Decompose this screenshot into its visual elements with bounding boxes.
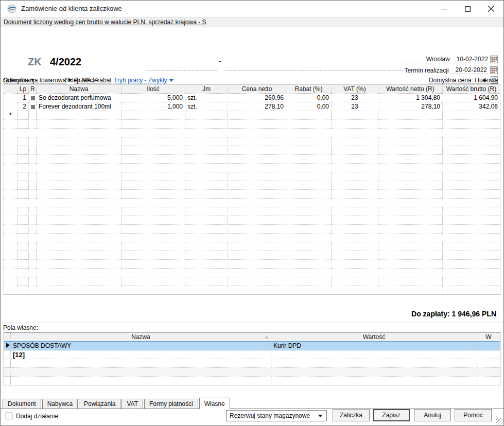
empty-row [4, 359, 500, 368]
add-action-checkbox[interactable] [6, 413, 12, 419]
document-header: ZK 4/2022 - Wrocław 10-02-2022 Termin re… [1, 27, 503, 77]
tab-powiazania[interactable]: Powiązania [79, 399, 120, 409]
empty-row [4, 368, 500, 377]
chevron-down-icon [318, 415, 322, 417]
item-value-net: 278,10 [378, 102, 443, 111]
document-mode-bar[interactable]: Dokument liczony według cen brutto w wal… [1, 17, 503, 27]
item-qty[interactable]: 5,000 [121, 94, 185, 102]
empty-row [4, 120, 500, 129]
empty-row [4, 277, 500, 286]
reservation-status-icon [29, 102, 37, 111]
minimize-button[interactable] [433, 1, 456, 17]
empty-row [4, 164, 500, 172]
custom-field-w[interactable] [477, 342, 500, 350]
empty-row [4, 260, 500, 269]
item-vat[interactable]: 23 [332, 102, 378, 111]
tab-dokument[interactable]: Dokument [3, 399, 41, 409]
col-wartosc-netto: Wartość netto (R) [378, 85, 443, 94]
work-mode-dropdown[interactable]: Tryb pracy - Zwykły [114, 77, 173, 84]
item-price-net[interactable]: 278,10 [228, 102, 286, 111]
col-lp: Lp [18, 85, 29, 94]
custom-field-name[interactable]: SPOSÓB DOSTAWY [11, 342, 271, 350]
new-item-row[interactable]: * [4, 111, 500, 120]
maximize-button[interactable] [456, 1, 479, 17]
item-vat[interactable]: 23 [332, 94, 378, 102]
zaliczka-button[interactable]: Zaliczka [333, 409, 370, 421]
issue-city[interactable]: Wrocław [426, 56, 450, 63]
section-divider [1, 323, 503, 323]
reservation-status-icon [29, 94, 37, 102]
tab-vat[interactable]: VAT [121, 399, 143, 409]
close-button[interactable] [479, 1, 502, 17]
grid-toolbar: Specyfikacja towarowa Przelicz rabat Try… [1, 77, 503, 84]
item-value-net: 1 304,80 [378, 94, 443, 102]
zapisz-button[interactable]: Zapisz [373, 409, 410, 421]
col-custom-w[interactable]: W [477, 333, 500, 342]
row-marker-cell [4, 102, 18, 111]
items-header-row: Lp R Nazwa Ilość Jm Cena netto Rabat (%)… [4, 85, 500, 94]
doc-type-label: ZK [28, 56, 42, 68]
anuluj-button[interactable]: Anuluj [414, 409, 451, 421]
empty-row [4, 377, 500, 385]
empty-row [4, 286, 500, 295]
document-mode-text: Dokument liczony według cen brutto w wal… [4, 19, 206, 26]
col-wartosc-brutto: Wartość brutto (R) [443, 85, 500, 94]
annotation-marker: [12] [11, 350, 271, 359]
col-jm: Jm [185, 85, 228, 94]
chevron-down-icon [68, 79, 72, 82]
custom-field-row-selected[interactable]: SPOSÓB DOSTAWY Kurir DPD [4, 342, 500, 350]
item-row[interactable]: 2 Forever dezodorant 100ml 1,000 szt. 27… [4, 102, 500, 111]
specification-dropdown[interactable]: Specyfikacja towarowa [3, 77, 72, 84]
reserve-stock-dropdown[interactable]: Rezerwuj stany magazynowe [226, 410, 327, 421]
item-value-gross: 342,06 [443, 102, 500, 111]
col-custom-nazwa[interactable]: Nazwa [11, 333, 271, 342]
item-name[interactable]: Forever dezodorant 100ml [37, 102, 121, 111]
chevron-down-icon [169, 79, 173, 82]
default-price-link[interactable]: Domyślna cena: Hurtowa [429, 77, 498, 84]
recalculate-discount-link[interactable]: Przelicz rabat [74, 77, 112, 84]
tab-formy-platnosci[interactable]: Formy płatności [144, 399, 198, 409]
item-price-net[interactable]: 260,96 [228, 94, 286, 102]
sort-ascending-icon [265, 335, 269, 339]
item-name[interactable]: So dezodorant perfumowa [37, 94, 121, 102]
empty-row [4, 269, 500, 277]
issue-date[interactable]: 10-02-2022 [457, 56, 488, 63]
calendar-icon[interactable] [490, 66, 498, 74]
custom-field-row[interactable]: [12] [4, 350, 500, 359]
add-action-label: Dodaj działanie [16, 413, 58, 420]
empty-row [4, 137, 500, 146]
work-mode-label: Tryb pracy - Zwykły [114, 77, 167, 84]
items-grid: Lp R Nazwa Ilość Jm Cena netto Rabat (%)… [4, 84, 500, 295]
pomoc-button[interactable]: Pomoc [455, 409, 492, 421]
custom-field-value[interactable]: Kurir DPD [271, 342, 477, 350]
custom-fields-grid: Nazwa Wartość W SPOSÓB DOSTAWY Kurir DPD… [4, 332, 500, 385]
empty-row [4, 190, 500, 199]
col-custom-wartosc[interactable]: Wartość [271, 333, 477, 342]
row-marker-header [4, 85, 18, 94]
empty-row [4, 181, 500, 190]
window-title: Zamówienie od klienta zaliczkowe [21, 5, 122, 12]
item-discount[interactable]: 0,00 [286, 102, 332, 111]
item-discount[interactable]: 0,00 [286, 94, 332, 102]
empty-row [4, 199, 500, 207]
doc-number-field[interactable] [146, 62, 217, 70]
item-unit[interactable]: szt. [185, 94, 228, 102]
empty-row [4, 251, 500, 260]
tab-wlasne[interactable]: Własne [199, 398, 230, 409]
empty-row [4, 234, 500, 242]
item-qty[interactable]: 1,000 [121, 102, 185, 111]
total-due: Do zapłaty: 1 946,96 PLN [1, 310, 496, 318]
custom-nazwa-label: Nazwa [131, 333, 150, 341]
issue-place-date-field[interactable]: Wrocław 10-02-2022 [400, 55, 488, 63]
doc-number-value[interactable]: 4/2022 [50, 56, 81, 68]
calendar-icon[interactable] [490, 56, 498, 63]
deadline-label: Termin realizacji [405, 67, 449, 74]
empty-row [4, 225, 500, 234]
selected-row-marker-icon [4, 342, 11, 350]
item-unit[interactable]: szt. [185, 102, 228, 111]
deadline-date-field[interactable]: 20-02-2022 [451, 66, 488, 74]
tab-nabywca[interactable]: Nabywca [42, 399, 78, 409]
col-cena-netto: Cena netto [228, 85, 286, 94]
item-row[interactable]: 1 So dezodorant perfumowa 5,000 szt. 260… [4, 94, 500, 102]
resize-grip[interactable] [496, 418, 502, 424]
